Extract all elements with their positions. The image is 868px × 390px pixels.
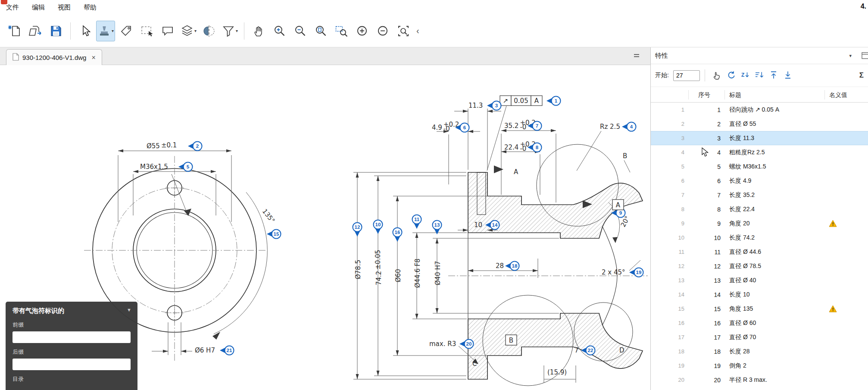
zoom-page-button[interactable]	[311, 21, 330, 41]
new-document-button[interactable]	[5, 21, 24, 41]
zoom-in-button[interactable]	[270, 21, 289, 41]
zoom-out-button[interactable]	[290, 21, 309, 41]
balloon-pointer-icon	[629, 270, 634, 275]
toolbar-overflow-chevron[interactable]: ‹	[416, 26, 419, 36]
balloon-annotation-21[interactable]: Ø6 H721	[195, 346, 234, 355]
move-bottom-button[interactable]	[781, 69, 795, 82]
open-document-button[interactable]	[26, 21, 45, 41]
document-tab[interactable]: 930-1200-406-V1.dwg ×	[6, 49, 102, 66]
balloon-annotation-7[interactable]: 35.2+0.2-07	[504, 119, 542, 131]
svg-text:(15.9): (15.9)	[547, 368, 567, 376]
comment-button[interactable]	[158, 21, 177, 41]
row-title: 径向跳动 ↗ 0.05 A	[725, 106, 825, 114]
table-row[interactable]: 88长度 22.422.4	[651, 202, 868, 216]
svg-text:±0.05: ±0.05	[374, 250, 382, 270]
svg-text:A: A	[616, 201, 621, 209]
sort-desc-button[interactable]	[752, 69, 767, 82]
table-row[interactable]: 44粗糙度Rz 2.5	[651, 145, 868, 159]
table-row[interactable]: 11径向跳动 ↗ 0.05 A	[651, 103, 868, 117]
svg-text:10: 10	[375, 222, 381, 227]
plus-circle-icon	[355, 24, 369, 38]
table-row[interactable]: 66长度 4.94.9	[651, 174, 868, 188]
table-row[interactable]: 1313直径 Ø 4040	[651, 273, 868, 287]
row-gutter-number: 4	[651, 149, 689, 156]
table-row[interactable]: 1212直径 Ø 78.578.5	[651, 259, 868, 273]
zoom-extents-button[interactable]	[394, 21, 413, 41]
svg-text:-0: -0	[443, 125, 450, 133]
balloon-annotation-6[interactable]: 4.9+0.2-06	[432, 121, 469, 133]
row-title: 直径 Ø 60	[725, 319, 825, 327]
save-button[interactable]	[47, 21, 66, 41]
balloon-annotation-20[interactable]: max. R320	[429, 340, 474, 349]
table-row[interactable]: 1919倒角 22	[651, 359, 868, 373]
view-label: B	[623, 152, 627, 160]
start-number-input[interactable]	[673, 70, 700, 81]
prefix-input[interactable]	[12, 331, 131, 343]
plus-circle-button[interactable]	[353, 21, 372, 41]
table-row[interactable]: 33长度 11.311.3	[651, 131, 868, 145]
balloon-annotation-10[interactable]: 74.2±0.0510	[374, 220, 383, 286]
balloon-annotation-18[interactable]: 2818	[496, 262, 519, 271]
svg-text:74.2: 74.2	[375, 271, 383, 285]
tag-button[interactable]	[117, 21, 136, 41]
svg-text:12: 12	[355, 225, 360, 230]
svg-text:21: 21	[227, 348, 232, 353]
pan-hand-button[interactable]	[249, 21, 268, 41]
table-row[interactable]: 1818长度 2828	[651, 344, 868, 359]
menu-item-1[interactable]: 编辑	[32, 3, 45, 12]
row-title: 半径 R 3 max.	[725, 376, 825, 384]
table-row[interactable]: 1010长度 74.274.2	[651, 231, 868, 245]
table-row[interactable]: 1111直径 Ø 44.644.6	[651, 245, 868, 259]
sum-sigma-button[interactable]: Σ	[859, 71, 864, 80]
row-index: 3	[689, 135, 725, 142]
svg-text:6: 6	[463, 125, 466, 130]
menu-item-0[interactable]: 文件	[6, 3, 19, 12]
tab-overflow-icon[interactable]	[633, 53, 640, 60]
table-row[interactable]: 1414长度 1010	[651, 287, 868, 302]
datum-label: B	[506, 335, 517, 345]
balloon-annotation-15[interactable]: 135°15	[261, 207, 281, 238]
controls-icons: Z	[710, 69, 795, 82]
panel-chevron-icon[interactable]: ▾	[849, 53, 852, 59]
balloon-annotation-8[interactable]: 22.4+0.2-08	[504, 140, 542, 153]
balloon-annotation-1[interactable]: ↗0.05A1	[500, 96, 561, 106]
panel-pin-icon[interactable]	[861, 51, 868, 62]
properties-panel: 特性 ▾ 开始: Z Σ 序号 标题 名义值 11径向跳动 ↗ 0.05 A22…	[650, 47, 868, 390]
table-row[interactable]: 99角度 20!20	[651, 216, 868, 231]
balloon-stamp-button[interactable]: ▾	[96, 21, 115, 41]
balloon-annotation-4[interactable]: Rz 2.54	[600, 122, 636, 131]
collapse-chevron-icon[interactable]: ▼	[127, 307, 131, 312]
app-icon-fragment	[1, 0, 7, 4]
move-top-button[interactable]	[767, 69, 781, 82]
balloon-annotation-2[interactable]: Ø55±0.12	[147, 141, 202, 151]
table-row[interactable]: 2020半径 R 3 max.	[651, 373, 868, 387]
mirror-button[interactable]	[200, 21, 219, 41]
zoom-window-button[interactable]	[332, 21, 351, 41]
dropdown-caret-icon[interactable]: ▾	[112, 28, 114, 33]
marquee-select-button[interactable]	[137, 21, 156, 41]
tab-close-icon[interactable]: ×	[91, 54, 95, 62]
select-cursor-button[interactable]	[75, 21, 94, 41]
balloon-annotation-19[interactable]: 2 x 45°19	[602, 268, 643, 277]
filter-button[interactable]: ▾	[220, 21, 239, 41]
balloon-annotation-5[interactable]: M36x1.55	[140, 162, 193, 172]
layers-button[interactable]: ▾	[179, 21, 198, 41]
table-row[interactable]: 22直径 Ø 5555	[651, 117, 868, 131]
row-nominal: 44.6	[840, 249, 868, 256]
refresh-button[interactable]	[724, 69, 738, 82]
table-row[interactable]: 1717直径 Ø 7070	[651, 330, 868, 344]
menu-item-2[interactable]: 视图	[58, 3, 71, 12]
minus-circle-button[interactable]	[373, 21, 392, 41]
suffix-input[interactable]	[12, 359, 131, 370]
balloon-annotation-3[interactable]: 11.33	[468, 101, 501, 110]
dropdown-caret-icon[interactable]: ▾	[194, 28, 197, 33]
table-row[interactable]: 55螺纹 M36x1.5	[651, 159, 868, 174]
dropdown-caret-icon[interactable]: ▾	[236, 28, 238, 33]
table-row[interactable]: 77长度 35.235.2	[651, 188, 868, 202]
table-row[interactable]: 1515角度 135!135	[651, 302, 868, 316]
table-row[interactable]: 1616直径 Ø 6060	[651, 316, 868, 330]
menu-item-3[interactable]: 帮助	[84, 3, 97, 12]
sort-z-button[interactable]: Z	[738, 69, 752, 82]
hand-pointer-button[interactable]	[710, 69, 724, 82]
warning-icon: !	[825, 305, 840, 312]
